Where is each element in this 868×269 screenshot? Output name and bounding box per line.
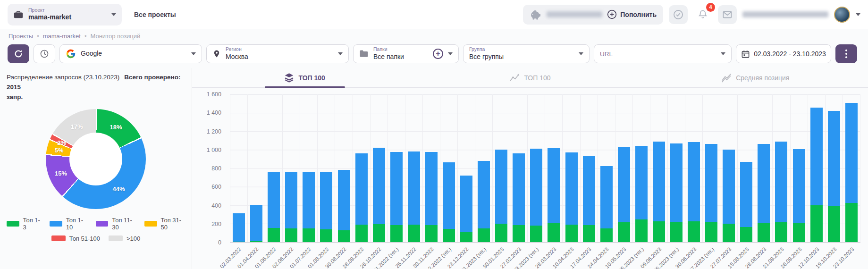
bar-segment-top1-3[interactable] xyxy=(390,225,403,242)
donut-legend-item[interactable]: Топ 1-10 xyxy=(50,217,87,231)
donut-chart[interactable]: 18%44%15%5%2%17% xyxy=(46,109,146,209)
project-selector[interactable]: Проект mama-market xyxy=(8,4,122,25)
bar-segment-top1-3[interactable] xyxy=(775,222,787,242)
bar-segment-top1-10[interactable] xyxy=(845,103,858,203)
bar-segment-top1-10[interactable] xyxy=(653,142,665,221)
bar-segment-top1-10[interactable] xyxy=(530,149,542,226)
bar-segment-top1-3[interactable] xyxy=(355,225,368,242)
bar-segment-top1-3[interactable] xyxy=(443,229,455,242)
folders-select[interactable]: Папки Все папки + xyxy=(353,44,459,63)
stacked-bar-21.09.2023[interactable] xyxy=(775,142,787,242)
bar-segment-top1-10[interactable] xyxy=(285,172,297,228)
bar-segment-top1-3[interactable] xyxy=(408,225,420,242)
donut-legend-item[interactable]: Топ 51-100 xyxy=(51,235,100,242)
bar-segment-top1-10[interactable] xyxy=(373,148,385,224)
stacked-bar-26.10.2022[interactable] xyxy=(373,148,385,242)
bar-segment-top1-3[interactable] xyxy=(513,225,525,242)
bar-segment-top1-3[interactable] xyxy=(740,227,752,242)
bar-segment-top1-3[interactable] xyxy=(425,225,438,242)
bar-segment-top1-10[interactable] xyxy=(408,151,420,225)
bar-segment-top1-10[interactable] xyxy=(443,162,455,228)
more-options-button[interactable] xyxy=(835,44,857,63)
bar-segment-top1-3[interactable] xyxy=(285,228,297,242)
bar-segment-top1-3[interactable] xyxy=(478,228,490,242)
stacked-bar-30.11.2022[interactable] xyxy=(425,152,438,242)
bar-segment-top1-10[interactable] xyxy=(478,161,490,228)
bar-segment-top1-10[interactable] xyxy=(250,205,262,242)
stacked-bar-09.06.2023[interactable] xyxy=(653,142,665,242)
account-menu-chevron-icon[interactable] xyxy=(856,13,860,16)
bar-segment-top1-10[interactable] xyxy=(688,142,700,222)
bar-segment-top1-10[interactable] xyxy=(635,146,648,219)
bar-segment-top1-10[interactable] xyxy=(425,152,438,225)
bar-segment-top1-10[interactable] xyxy=(548,148,560,223)
bar-segment-top1-10[interactable] xyxy=(705,144,717,222)
stacked-bar-01.07.2022[interactable] xyxy=(303,172,315,242)
bar-segment-top1-3[interactable] xyxy=(810,205,823,243)
bar-segment-top1-3[interactable] xyxy=(583,225,595,242)
tasks-button[interactable] xyxy=(669,5,688,24)
date-range-picker[interactable]: 02.03.2022 - 23.10.2023 xyxy=(736,44,831,63)
tab-top100-lines[interactable]: ТОП 100 xyxy=(417,68,642,87)
messages-button[interactable] xyxy=(718,5,737,24)
stacked-bar-17.04.2023[interactable] xyxy=(583,156,595,242)
stacked-bar-17.01.2023 (тег.)[interactable] xyxy=(478,161,490,242)
stacked-bar-01.04.2022[interactable] xyxy=(250,205,262,242)
stacked-bar-02.03.2022[interactable] xyxy=(233,213,245,242)
stacked-bar-23.10.2023[interactable] xyxy=(845,103,858,242)
topup-button[interactable]: Пополнить xyxy=(607,9,657,19)
bar-segment-top1-10[interactable] xyxy=(670,143,683,222)
stacked-bar-23.12.2022[interactable] xyxy=(460,176,472,242)
bar-segment-top1-3[interactable] xyxy=(338,230,350,243)
bar-segment-top1-3[interactable] xyxy=(320,229,332,242)
breadcrumb-project-name[interactable]: mama-market xyxy=(43,33,81,40)
add-folder-button[interactable]: + xyxy=(433,49,443,59)
bar-segment-top1-3[interactable] xyxy=(565,225,578,242)
bar-segment-top1-10[interactable] xyxy=(390,152,403,225)
bar-segment-top1-10[interactable] xyxy=(775,142,787,222)
bar-segment-top1-10[interactable] xyxy=(233,213,245,242)
bar-segment-top1-3[interactable] xyxy=(250,241,262,242)
bar-segment-top1-3[interactable] xyxy=(635,219,648,242)
stacked-bar-01.06.2022[interactable] xyxy=(268,172,280,242)
breadcrumb-projects[interactable]: Проекты xyxy=(8,33,33,40)
all-projects-link[interactable]: Все проекты xyxy=(134,11,176,18)
stacked-bar-28.09.2022[interactable] xyxy=(355,153,368,242)
bar-segment-top1-10[interactable] xyxy=(723,150,735,224)
bar-segment-top1-3[interactable] xyxy=(495,224,507,242)
bar-segment-top1-10[interactable] xyxy=(303,172,315,228)
bar-segment-top1-10[interactable] xyxy=(565,152,578,225)
stacked-bar-19.06.2023 (тег.)[interactable] xyxy=(670,143,683,242)
bar-segment-top1-3[interactable] xyxy=(705,222,717,242)
bar-segment-top1-3[interactable] xyxy=(845,203,858,242)
bar-segment-top1-10[interactable] xyxy=(810,108,823,205)
bar-segment-top1-3[interactable] xyxy=(373,224,385,242)
bar-segment-top1-10[interactable] xyxy=(828,111,840,206)
bar-segment-top1-10[interactable] xyxy=(268,172,280,228)
bar-segment-top1-3[interactable] xyxy=(828,206,840,242)
stacked-bar-30.08.2022[interactable] xyxy=(338,170,350,242)
bar-segment-top1-3[interactable] xyxy=(460,232,472,242)
url-select[interactable]: URL xyxy=(594,44,732,63)
stacked-bar-30.06.2023[interactable] xyxy=(688,142,700,242)
bar-segment-top1-10[interactable] xyxy=(513,153,525,225)
bar-segment-top1-10[interactable] xyxy=(618,147,630,222)
stacked-bar-27.02.2023[interactable] xyxy=(513,153,525,242)
notifications-button[interactable]: 4 xyxy=(693,5,712,24)
stacked-bar-15.03.2023 (тег.)[interactable] xyxy=(530,149,542,242)
search-engine-select[interactable]: Google xyxy=(59,44,202,63)
stacked-bar-19.10.2023[interactable] xyxy=(828,111,840,242)
stacked-bar-02.06.2022[interactable] xyxy=(285,172,297,242)
stacked-bar-27.07.2023[interactable] xyxy=(723,150,735,242)
bar-segment-top1-10[interactable] xyxy=(320,172,332,229)
stacked-bar-09.12.2022 (тег.)[interactable] xyxy=(443,162,455,242)
bar-segment-top1-3[interactable] xyxy=(653,221,665,242)
stacked-bar-22.05.2023 (тег.)[interactable] xyxy=(635,146,648,242)
region-select[interactable]: Регион Москва xyxy=(206,44,349,63)
bar-segment-top1-10[interactable] xyxy=(600,166,613,228)
bar-segment-top1-10[interactable] xyxy=(583,156,595,225)
bar-segment-top1-3[interactable] xyxy=(530,226,542,242)
avatar[interactable] xyxy=(834,7,850,23)
bar-segment-top1-10[interactable] xyxy=(460,176,472,233)
bar-segment-top1-3[interactable] xyxy=(303,228,315,242)
